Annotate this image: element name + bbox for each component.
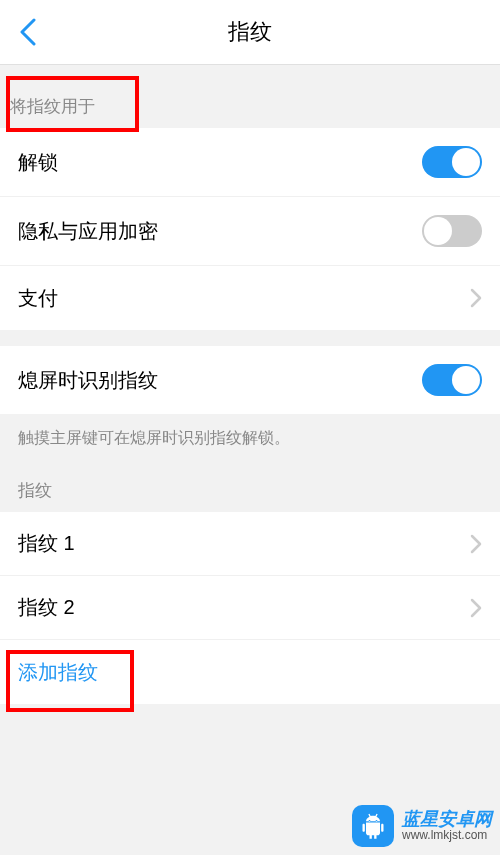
settings-header: 指纹 <box>0 0 500 65</box>
row-screen-off-label: 熄屏时识别指纹 <box>18 367 158 394</box>
row-unlock[interactable]: 解锁 <box>0 128 500 197</box>
row-payment-label: 支付 <box>18 285 58 312</box>
row-fingerprint-1-label: 指纹 1 <box>18 530 75 557</box>
row-privacy-encryption[interactable]: 隐私与应用加密 <box>0 197 500 266</box>
section-header-use: 将指纹用于 <box>0 65 500 128</box>
row-payment[interactable]: 支付 <box>0 266 500 330</box>
watermark-url: www.lmkjst.com <box>402 829 492 842</box>
screen-off-description: 触摸主屏键可在熄屏时识别指纹解锁。 <box>0 414 500 449</box>
add-fingerprint-label: 添加指纹 <box>18 659 98 686</box>
row-fingerprint-2-label: 指纹 2 <box>18 594 75 621</box>
switch-privacy[interactable] <box>422 215 482 247</box>
page-title: 指纹 <box>228 17 272 47</box>
switch-screen-off[interactable] <box>422 364 482 396</box>
fingerprints-group: 指纹 1 指纹 2 添加指纹 <box>0 512 500 704</box>
row-screen-off-recognition[interactable]: 熄屏时识别指纹 <box>0 346 500 414</box>
row-add-fingerprint[interactable]: 添加指纹 <box>0 640 500 704</box>
row-unlock-label: 解锁 <box>18 149 58 176</box>
back-button[interactable] <box>20 18 36 46</box>
watermark: 蓝星安卓网 www.lmkjst.com <box>352 805 492 847</box>
section-header-fingerprints: 指纹 <box>0 449 500 512</box>
watermark-text: 蓝星安卓网 www.lmkjst.com <box>402 810 492 843</box>
watermark-brand: 蓝星安卓网 <box>402 810 492 830</box>
use-fingerprint-group: 解锁 隐私与应用加密 支付 <box>0 128 500 330</box>
switch-unlock[interactable] <box>422 146 482 178</box>
row-fingerprint-1[interactable]: 指纹 1 <box>0 512 500 576</box>
row-privacy-label: 隐私与应用加密 <box>18 218 158 245</box>
back-icon <box>20 18 36 46</box>
switch-knob <box>452 366 480 394</box>
chevron-right-icon <box>470 534 482 554</box>
chevron-right-icon <box>470 288 482 308</box>
section-gap <box>0 330 500 346</box>
screen-off-group: 熄屏时识别指纹 <box>0 346 500 414</box>
switch-knob <box>424 217 452 245</box>
switch-knob <box>452 148 480 176</box>
row-fingerprint-2[interactable]: 指纹 2 <box>0 576 500 640</box>
chevron-right-icon <box>470 598 482 618</box>
watermark-android-icon <box>352 805 394 847</box>
